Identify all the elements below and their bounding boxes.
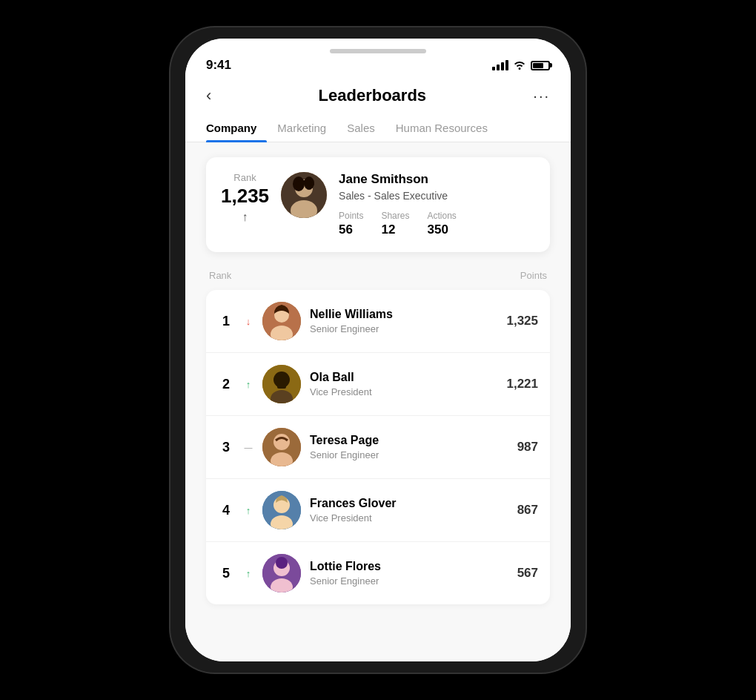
status-time: 9:41 — [206, 58, 231, 73]
current-user-card: Rank 1,235 ↑ Jane Smithson — [206, 157, 550, 252]
leader-info: Frances Glover Vice President — [310, 497, 508, 524]
avatar — [262, 302, 301, 340]
table-row[interactable]: 4 ↑ Frances Glover Vice President — [206, 479, 550, 542]
leader-points: 1,221 — [506, 377, 538, 392]
tab-hr[interactable]: Human Resources — [385, 114, 498, 142]
more-button[interactable]: ··· — [533, 88, 550, 105]
battery-icon — [531, 61, 550, 70]
svg-point-13 — [273, 434, 290, 450]
status-bar-area: 9:41 — [185, 39, 571, 80]
leader-name: Nellie Williams — [310, 308, 497, 321]
rank-label: Rank — [233, 172, 256, 183]
trend-up-icon: ↑ — [243, 379, 253, 390]
avatar — [262, 365, 301, 403]
current-user-info: Jane Smithson Sales - Sales Executive Po… — [339, 172, 535, 237]
leader-points: 867 — [517, 503, 538, 518]
leader-name: Teresa Page — [310, 434, 508, 447]
leader-rank: 2 — [218, 377, 234, 392]
stats-row: Points 56 Shares 12 Actions 350 — [339, 211, 535, 237]
leader-rank: 3 — [218, 440, 234, 455]
tab-marketing[interactable]: Marketing — [267, 114, 336, 142]
stat-actions: Actions 350 — [427, 211, 456, 237]
rank-section: Rank 1,235 ↑ — [221, 172, 269, 224]
leader-role: Senior Engineer — [310, 449, 508, 460]
header: ‹ Leaderboards ··· — [185, 80, 571, 114]
current-user-avatar — [281, 172, 327, 218]
leader-role: Vice President — [310, 386, 497, 397]
actions-value: 350 — [427, 222, 456, 237]
tab-bar: Company Marketing Sales Human Resources — [185, 114, 571, 142]
tab-company[interactable]: Company — [206, 114, 267, 142]
page-title: Leaderboards — [319, 86, 427, 105]
table-row[interactable]: 5 ↑ Lottie Flores Senior Engineer — [206, 542, 550, 604]
table-row[interactable]: 3 — Teresa Page Senior Engineer — [206, 416, 550, 479]
list-header-rank: Rank — [209, 270, 231, 281]
rank-number: 1,235 — [221, 185, 269, 208]
leader-name: Ola Ball — [310, 371, 497, 384]
svg-rect-11 — [277, 383, 286, 389]
avatar — [262, 491, 301, 529]
table-row[interactable]: 1 ↓ Nellie Williams Senior Engineer — [206, 290, 550, 353]
leader-points: 1,325 — [506, 314, 538, 328]
leader-rank: 1 — [218, 314, 234, 329]
avatar — [262, 428, 301, 466]
leader-name: Lottie Flores — [310, 560, 508, 573]
leader-name: Frances Glover — [310, 497, 508, 510]
notch — [206, 49, 550, 53]
shares-value: 12 — [381, 222, 409, 237]
list-header-points: Points — [520, 270, 547, 281]
leader-role: Vice President — [310, 512, 508, 524]
leader-role: Senior Engineer — [310, 575, 508, 587]
status-icons — [492, 59, 550, 72]
current-user-name: Jane Smithson — [339, 172, 535, 187]
svg-point-21 — [276, 557, 288, 569]
leader-points: 987 — [517, 440, 538, 455]
trend-up-icon: ↑ — [243, 568, 253, 579]
stat-shares: Shares 12 — [381, 211, 409, 237]
rank-trend-icon: ↑ — [242, 211, 248, 224]
leader-role: Senior Engineer — [310, 323, 497, 334]
main-content: Rank 1,235 ↑ Jane Smithson — [185, 142, 571, 661]
leaderboard-list: 1 ↓ Nellie Williams Senior Engineer — [206, 290, 550, 604]
table-row[interactable]: 2 ↑ Ola Ball Vice President — [206, 353, 550, 416]
status-bar: 9:41 — [206, 58, 550, 73]
phone-screen: 9:41 ‹ Leaderb — [185, 39, 571, 661]
leader-rank: 4 — [218, 503, 234, 518]
points-value: 56 — [339, 222, 363, 237]
points-label: Points — [339, 211, 363, 221]
trend-flat-icon: — — [243, 443, 253, 452]
trend-down-icon: ↓ — [243, 316, 253, 327]
stat-points: Points 56 — [339, 211, 363, 237]
leader-info: Ola Ball Vice President — [310, 371, 497, 397]
avatar — [262, 554, 301, 592]
leader-info: Lottie Flores Senior Engineer — [310, 560, 508, 587]
leader-info: Nellie Williams Senior Engineer — [310, 308, 497, 334]
signal-icon — [492, 60, 508, 70]
tab-sales[interactable]: Sales — [336, 114, 385, 142]
current-user-role: Sales - Sales Executive — [339, 190, 535, 202]
wifi-icon — [513, 59, 526, 72]
shares-label: Shares — [381, 211, 409, 221]
actions-label: Actions — [427, 211, 456, 221]
leader-points: 567 — [517, 566, 538, 581]
list-header: Rank Points — [206, 270, 550, 290]
phone-device: 9:41 ‹ Leaderb — [170, 27, 586, 673]
leader-rank: 5 — [218, 566, 234, 581]
back-button[interactable]: ‹ — [206, 86, 211, 105]
trend-up-icon: ↑ — [243, 505, 253, 516]
leader-info: Teresa Page Senior Engineer — [310, 434, 508, 460]
